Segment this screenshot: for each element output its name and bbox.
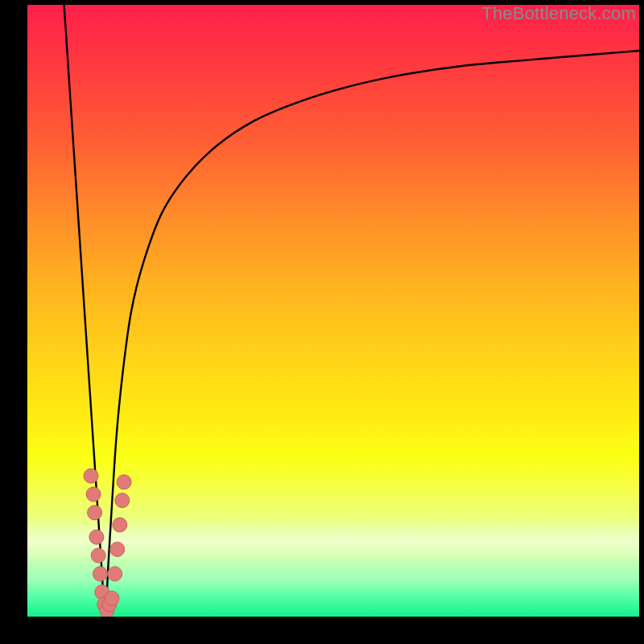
data-point-marker [89, 530, 104, 544]
chart-frame: TheBottleneck.com [0, 0, 644, 644]
data-point-marker [110, 542, 125, 556]
bottleneck-curve-left-branch [64, 5, 106, 617]
data-point-marker [84, 469, 98, 483]
plot-area [27, 5, 639, 617]
data-point-marker [117, 475, 131, 489]
data-point-marker [108, 567, 122, 581]
curve-overlay [27, 5, 639, 617]
data-point-marker [88, 506, 102, 520]
data-point-marker [115, 493, 130, 508]
data-point-marker [113, 518, 127, 532]
data-point-marker [93, 567, 107, 581]
watermark-text: TheBottleneck.com [481, 3, 636, 24]
data-point-marker [91, 548, 105, 563]
data-point-marker [105, 591, 119, 605]
data-point-marker [86, 487, 101, 502]
bottleneck-curve-right-branch [105, 51, 639, 617]
